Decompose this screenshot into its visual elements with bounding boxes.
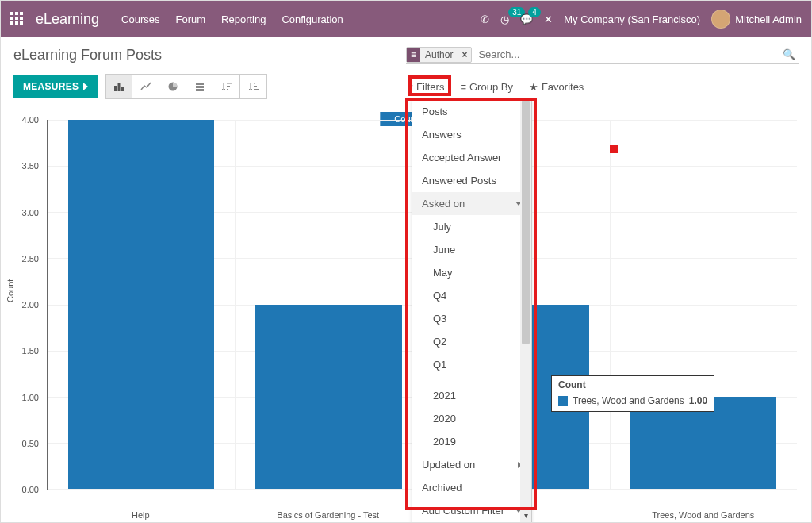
filter-q1[interactable]: Q1 [412, 353, 531, 376]
filter-add-custom[interactable]: Add Custom Filter [412, 499, 531, 522]
list-icon: ≡ [460, 81, 466, 93]
filter-q3[interactable]: Q3 [412, 307, 531, 330]
filter-year-2019[interactable]: 2019 [412, 430, 531, 453]
measures-label: MEASURES [23, 81, 79, 92]
star-icon: ★ [529, 81, 538, 93]
tooltip-series: Trees, Wood and Gardens [573, 395, 684, 406]
svg-rect-0 [114, 86, 117, 91]
filter-month-july[interactable]: July [412, 215, 531, 238]
filter-accepted-answer[interactable]: Accepted Answer [412, 146, 531, 169]
chevron-right-icon [83, 83, 88, 90]
chart-tooltip: Count Trees, Wood and Gardens 1.00 [551, 375, 714, 412]
top-nav: eLearning Courses Forum Reporting Config… [1, 1, 811, 37]
svg-rect-12 [254, 89, 259, 90]
phone-icon[interactable]: ✆ [481, 13, 489, 25]
user-name: Mitchell Admin [735, 13, 802, 25]
x-tick-label: Help [132, 510, 150, 520]
filters-tab[interactable]: ▾Filters [406, 78, 446, 96]
line-chart-button[interactable] [132, 74, 159, 99]
highlight-marker [610, 145, 618, 153]
filter-archived[interactable]: Archived [412, 476, 531, 499]
filter-q4[interactable]: Q4 [412, 284, 531, 307]
groupby-tab[interactable]: ≡Group By [458, 78, 515, 96]
y-tick: 1.00 [22, 393, 39, 402]
titlebar: eLearning Forum Posts ≡ Author × 🔍 [1, 37, 811, 71]
y-tick: 0.50 [22, 439, 39, 448]
y-tick: 1.50 [22, 346, 39, 356]
filter-year-2021[interactable]: 2021 [412, 384, 531, 407]
controls-row: MEASURES ▾Filters ≡Group By ★Favorites [1, 71, 811, 106]
filter-answers[interactable]: Answers [412, 123, 531, 146]
bar-chart-button[interactable] [105, 74, 132, 99]
company-switcher[interactable]: My Company (San Francisco) [564, 13, 700, 25]
x-tick-label: Basics of Gardening - Test [277, 510, 379, 520]
favorites-tab[interactable]: ★Favorites [527, 78, 585, 96]
y-tick: 2.00 [22, 300, 39, 310]
tools-icon[interactable]: ✕ [544, 13, 553, 25]
bar[interactable] [255, 305, 401, 490]
nav-configuration[interactable]: Configuration [282, 13, 343, 25]
y-axis: 0.000.501.001.502.002.503.003.504.00 [10, 120, 42, 490]
y-tick: 2.50 [22, 254, 39, 263]
svg-rect-7 [227, 83, 232, 84]
chat-icon[interactable]: 💬4 [520, 13, 533, 25]
y-tick: 0.00 [22, 485, 39, 494]
filters-tab-label: Filters [416, 81, 444, 93]
bar[interactable] [68, 120, 214, 489]
tooltip-swatch [558, 396, 568, 406]
y-tick: 4.00 [22, 115, 39, 125]
stacked-button[interactable] [186, 74, 213, 99]
svg-rect-1 [118, 83, 121, 91]
search-zone: ≡ Author × 🔍 [406, 45, 799, 64]
svg-rect-9 [227, 89, 228, 90]
chart-area: Count Count 0.000.501.001.502.002.503.00… [10, 112, 802, 523]
svg-rect-4 [196, 83, 204, 85]
asked-on-label: Asked on [422, 198, 465, 210]
search-icon[interactable]: 🔍 [776, 48, 799, 60]
facet-groupby-icon: ≡ [407, 48, 420, 62]
nav-reporting[interactable]: Reporting [221, 13, 266, 25]
filter-tabs: ▾Filters ≡Group By ★Favorites [406, 78, 799, 96]
filter-asked-on[interactable]: Asked on [412, 192, 531, 215]
sort-asc-button[interactable] [240, 74, 267, 99]
filter-year-2020[interactable]: 2020 [412, 407, 531, 430]
favorites-tab-label: Favorites [542, 81, 584, 93]
y-tick: 3.50 [22, 161, 39, 171]
svg-rect-10 [254, 83, 255, 84]
svg-rect-6 [196, 89, 204, 91]
sort-desc-button[interactable] [213, 74, 240, 99]
svg-rect-8 [227, 86, 230, 87]
x-tick-label: Trees, Wood and Gardens [652, 510, 754, 520]
filter-month-may[interactable]: May [412, 261, 531, 284]
measures-button[interactable]: MEASURES [13, 75, 98, 98]
tooltip-value: 1.00 [689, 395, 707, 406]
dropdown-scroll-down[interactable]: ▾ [520, 508, 531, 522]
y-tick: 3.00 [22, 208, 39, 217]
user-menu[interactable]: Mitchell Admin [711, 10, 802, 29]
nav-courses[interactable]: Courses [121, 13, 159, 25]
app-brand[interactable]: eLearning [36, 11, 99, 28]
page-title: eLearning Forum Posts [13, 47, 162, 63]
dropdown-scrollbar[interactable] [520, 100, 531, 508]
facet-label: Author [420, 48, 458, 62]
facet-remove[interactable]: × [458, 49, 471, 60]
groupby-tab-label: Group By [469, 81, 513, 93]
chart-type-group [105, 74, 267, 99]
filter-month-june[interactable]: June [412, 238, 531, 261]
filter-q2[interactable]: Q2 [412, 330, 531, 353]
search-input[interactable] [477, 45, 776, 63]
funnel-icon: ▾ [408, 81, 413, 93]
svg-rect-2 [121, 87, 124, 91]
nav-forum[interactable]: Forum [176, 13, 206, 25]
svg-rect-11 [254, 86, 257, 87]
filter-updated-on[interactable]: Updated on [412, 453, 531, 476]
updated-on-label: Updated on [422, 459, 475, 471]
avatar [711, 10, 730, 29]
filter-answered-posts[interactable]: Answered Posts [412, 169, 531, 192]
clock-icon[interactable]: ◷31 [500, 13, 509, 25]
tooltip-title: Count [552, 376, 714, 394]
filters-dropdown: Posts Answers Accepted Answer Answered P… [412, 99, 532, 523]
apps-icon[interactable] [10, 12, 25, 26]
filter-posts[interactable]: Posts [412, 100, 531, 123]
pie-chart-button[interactable] [159, 74, 186, 99]
